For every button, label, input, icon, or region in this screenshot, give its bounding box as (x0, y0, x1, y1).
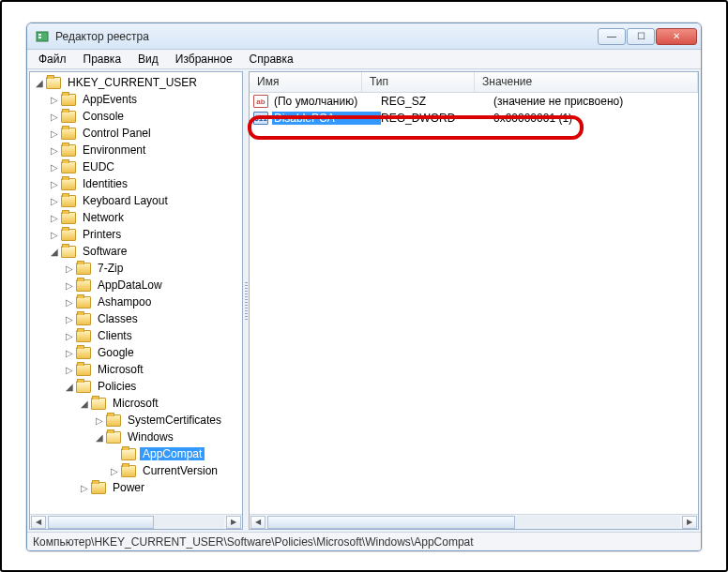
expand-icon[interactable] (49, 112, 60, 122)
tree-label: Google (95, 346, 137, 359)
tree-label: Windows (125, 430, 176, 444)
tree-item[interactable]: Policies (30, 378, 242, 395)
collapse-icon[interactable] (49, 247, 60, 257)
expand-icon[interactable] (94, 415, 105, 426)
col-type[interactable]: Тип (362, 72, 475, 92)
folder-icon (106, 431, 121, 444)
col-name[interactable]: Имя (250, 72, 362, 92)
tree-item[interactable]: Google (30, 344, 242, 361)
folder-icon (76, 347, 91, 359)
folder-icon (61, 111, 76, 123)
tree-item[interactable]: Microsoft (30, 361, 242, 378)
tree-label: Policies (95, 380, 139, 393)
tree-item[interactable]: Console (30, 108, 242, 125)
menu-file[interactable]: Файл (31, 52, 74, 67)
expand-icon[interactable] (49, 145, 60, 156)
tree-item[interactable]: AppCompat (30, 445, 242, 462)
expand-icon[interactable] (64, 263, 75, 274)
menu-view[interactable]: Вид (130, 52, 166, 67)
value-data: (значение не присвоено) (493, 95, 698, 108)
folder-icon (61, 161, 76, 173)
tree-label: Power (110, 481, 147, 494)
scroll-right-icon[interactable]: ▶ (226, 516, 241, 529)
tree-item[interactable]: 7-Zip (30, 260, 242, 277)
tree-item[interactable]: Classes (30, 310, 242, 327)
value-data: 0x00000001 (1) (493, 112, 698, 125)
folder-icon (91, 482, 106, 494)
collapse-icon[interactable] (64, 382, 75, 392)
expand-icon[interactable] (49, 196, 60, 206)
scroll-track[interactable] (48, 516, 224, 529)
folder-icon (76, 364, 91, 376)
tree-hscroll[interactable]: ◀ ▶ (30, 514, 242, 529)
tree-item[interactable]: Network (30, 209, 242, 226)
collapse-icon[interactable] (94, 432, 105, 443)
svg-rect-1 (38, 34, 41, 36)
scroll-left-icon[interactable]: ◀ (250, 516, 265, 529)
tree-item[interactable]: Environment (30, 142, 242, 158)
folder-icon (61, 212, 76, 224)
tree-item[interactable]: Software (30, 243, 242, 260)
expand-icon[interactable] (64, 331, 75, 341)
string-icon: ab (253, 95, 268, 108)
expand-icon[interactable] (64, 297, 75, 308)
menu-favorites[interactable]: Избранное (168, 52, 240, 67)
tree-item[interactable]: AppDataLow (30, 277, 242, 294)
expand-icon[interactable] (64, 348, 75, 358)
menu-edit[interactable]: Правка (76, 52, 129, 67)
collapse-icon[interactable] (79, 399, 90, 409)
tree-label: Microsoft (95, 363, 146, 376)
tree-item[interactable]: EUDC (30, 158, 242, 175)
tree-item[interactable]: Identities (30, 175, 242, 192)
expand-icon[interactable] (64, 365, 75, 375)
scroll-left-icon[interactable]: ◀ (31, 516, 46, 529)
svg-rect-0 (37, 32, 48, 41)
expand-icon[interactable] (49, 162, 60, 173)
tree-item[interactable]: Ashampoo (30, 294, 242, 310)
maximize-button[interactable]: ☐ (627, 28, 655, 45)
tree-label: AppEvents (80, 93, 140, 106)
tree-item[interactable]: Printers (30, 226, 242, 243)
expand-icon[interactable] (64, 314, 75, 324)
expand-icon[interactable] (79, 483, 90, 493)
tree-label: CurrentVersion (140, 464, 220, 477)
tree-item[interactable]: Microsoft (30, 395, 242, 412)
tree-item[interactable]: Power (30, 479, 242, 496)
value-name: DisablePCA (272, 112, 381, 125)
tree-item[interactable]: AppEvents (30, 91, 242, 108)
expand-icon[interactable] (49, 230, 60, 240)
expand-icon[interactable] (49, 95, 60, 105)
value-row[interactable]: 011DisablePCAREG_DWORD0x00000001 (1) (250, 110, 698, 127)
tree-item[interactable]: HKEY_CURRENT_USER (30, 74, 242, 91)
tree-item[interactable]: Clients (30, 327, 242, 344)
tree-label: EUDC (80, 160, 117, 173)
value-row[interactable]: ab(По умолчанию)REG_SZ(значение не присв… (250, 93, 698, 110)
expand-icon[interactable] (49, 213, 60, 223)
values-list[interactable]: ab(По умолчанию)REG_SZ(значение не присв… (250, 93, 698, 514)
tree-label: Software (80, 245, 129, 258)
expand-icon[interactable] (109, 466, 120, 476)
expand-icon[interactable] (49, 128, 60, 139)
folder-icon (61, 195, 76, 207)
list-hscroll[interactable]: ◀ ▶ (250, 514, 698, 529)
tree-item[interactable]: Keyboard Layout (30, 192, 242, 209)
scroll-track[interactable] (267, 516, 680, 529)
registry-tree[interactable]: HKEY_CURRENT_USERAppEventsConsoleControl… (30, 72, 242, 514)
scroll-right-icon[interactable]: ▶ (682, 516, 697, 529)
tree-label: AppDataLow (95, 278, 165, 292)
regedit-window: Редактор реестра — ☐ ✕ Файл Правка Вид И… (26, 23, 702, 551)
tree-item[interactable]: SystemCertificates (30, 412, 242, 429)
close-button[interactable]: ✕ (656, 28, 697, 45)
titlebar[interactable]: Редактор реестра — ☐ ✕ (27, 23, 701, 50)
folder-icon (61, 246, 76, 258)
col-value[interactable]: Значение (475, 72, 698, 92)
collapse-icon[interactable] (34, 78, 45, 88)
menu-help[interactable]: Справка (242, 52, 301, 67)
expand-icon[interactable] (49, 179, 60, 189)
tree-item[interactable]: CurrentVersion (30, 462, 242, 479)
expand-icon[interactable] (64, 280, 75, 291)
tree-item[interactable]: Windows (30, 429, 242, 445)
folder-icon (61, 178, 76, 190)
minimize-button[interactable]: — (598, 28, 626, 45)
tree-item[interactable]: Control Panel (30, 125, 242, 142)
